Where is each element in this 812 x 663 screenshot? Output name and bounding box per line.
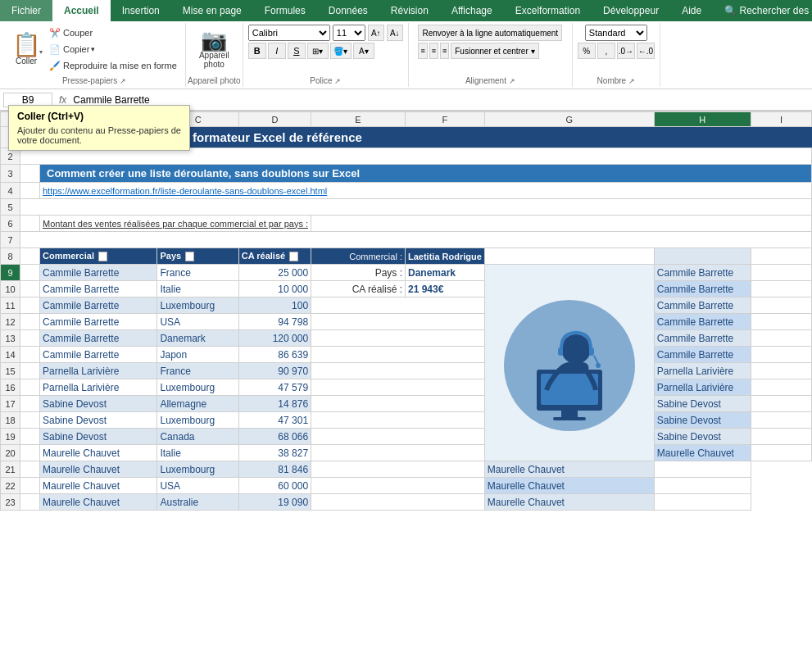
merge-center-button[interactable]: Fusionner et centrer ▾ (451, 43, 538, 59)
cell-d13[interactable]: 120 000 (238, 330, 311, 347)
right-cell-4[interactable]: Cammile Barrette (654, 314, 751, 330)
percent-button[interactable]: % (578, 43, 596, 59)
right-list-header[interactable] (654, 248, 751, 265)
tab-donnees[interactable]: Données (317, 0, 379, 21)
copier-button[interactable]: 📄 Copier ▾ (46, 41, 180, 57)
cell-d21[interactable]: 81 846 (238, 461, 311, 478)
cell-e16[interactable] (311, 379, 485, 396)
comma-button[interactable]: , (597, 43, 615, 59)
font-color-button[interactable]: A▾ (353, 43, 374, 59)
cell-c18[interactable]: Luxembourg (157, 412, 238, 429)
cell-b19[interactable]: Sabine Devost (40, 429, 157, 445)
cell-e18[interactable] (311, 412, 485, 429)
cell-e15[interactable] (311, 363, 485, 379)
cell-c17[interactable]: Allemagne (157, 396, 238, 412)
col-header-d[interactable]: D (238, 112, 311, 127)
cell-e23[interactable] (311, 494, 485, 511)
row-header-18[interactable]: 18 (1, 412, 20, 429)
tab-insertion[interactable]: Insertion (111, 0, 171, 21)
cell-b12[interactable]: Cammile Barrette (40, 314, 157, 330)
cell-b18[interactable]: Sabine Devost (40, 412, 157, 429)
align-center[interactable]: ≡ (429, 43, 438, 59)
cell-g9[interactable] (484, 265, 654, 461)
cell-a23[interactable] (20, 494, 40, 511)
cell-b22[interactable]: Maurelle Chauvet (40, 478, 157, 494)
row-header-3[interactable]: 3 (1, 165, 20, 183)
couper-button[interactable]: ✂️ Couper (46, 25, 180, 41)
bold-button[interactable]: B (248, 43, 266, 59)
cell-d18[interactable]: 47 301 (238, 412, 311, 429)
row-header-9[interactable]: 9 (1, 265, 20, 281)
cell-c16[interactable]: Luxembourg (157, 379, 238, 396)
cell-g8[interactable] (484, 248, 654, 265)
filter-commercial[interactable]: ▾ (98, 252, 107, 261)
cell-link[interactable]: https://www.excelformation.fr/liste-dero… (40, 183, 812, 199)
cell-c20[interactable]: Italie (157, 445, 238, 461)
cell-a15[interactable] (20, 363, 40, 379)
info-commercial-label[interactable]: Commercial : (311, 248, 406, 265)
cell-e22[interactable] (311, 478, 485, 494)
right-cell-11[interactable]: Sabine Devost (654, 429, 751, 445)
cell-b15[interactable]: Parnella Larivière (40, 363, 157, 379)
cell-c23[interactable]: Australie (157, 494, 238, 511)
right-cell-8[interactable]: Parnella Larivière (654, 379, 751, 396)
tab-aide[interactable]: Aide (670, 0, 713, 21)
underline-button[interactable]: S (288, 43, 306, 59)
align-right[interactable]: ≡ (440, 43, 449, 59)
info-commercial-value[interactable]: Laetitia Rodrigue (406, 248, 485, 265)
cell-e13[interactable] (311, 330, 485, 347)
cell-b21[interactable]: Maurelle Chauvet (40, 461, 157, 478)
tab-fichier[interactable]: Fichier (0, 0, 52, 21)
appareil-photo-button[interactable]: 📷 Appareilphoto (196, 28, 233, 70)
fill-color-button[interactable]: 🪣▾ (330, 43, 352, 59)
row-header-5[interactable]: 5 (1, 199, 20, 216)
cell-i20[interactable] (751, 445, 811, 461)
row-header-23[interactable]: 23 (1, 494, 20, 511)
align-left[interactable]: ≡ (418, 43, 427, 59)
cell-e20[interactable] (311, 445, 485, 461)
cell-i9[interactable] (751, 265, 811, 281)
filter-pays[interactable]: ▾ (185, 252, 194, 261)
tab-revision[interactable]: Révision (379, 0, 440, 21)
cell-d10[interactable]: 10 000 (238, 281, 311, 297)
cell-d12[interactable]: 94 798 (238, 314, 311, 330)
tab-formules[interactable]: Formules (253, 0, 317, 21)
cell-d9[interactable]: 25 000 (238, 265, 311, 281)
right-cell-14[interactable]: Maurelle Chauvet (484, 478, 654, 494)
reproduire-button[interactable]: 🖌️ Reproduire la mise en forme (46, 57, 180, 74)
tab-mise-en-page[interactable]: Mise en page (171, 0, 253, 21)
cell-b20[interactable]: Maurelle Chauvet (40, 445, 157, 461)
cell-i19[interactable] (751, 429, 811, 445)
cell-d11[interactable]: 100 (238, 297, 311, 314)
row-header-12[interactable]: 12 (1, 314, 20, 330)
cell-b17[interactable]: Sabine Devost (40, 396, 157, 412)
right-cell-12[interactable]: Maurelle Chauvet (654, 445, 751, 461)
cell-i23[interactable] (654, 494, 751, 511)
right-cell-5[interactable]: Cammile Barrette (654, 330, 751, 347)
cell-desc-right[interactable] (311, 216, 812, 232)
cell-e11[interactable] (311, 297, 485, 314)
row-header-22[interactable]: 22 (1, 478, 20, 494)
right-cell-10[interactable]: Sabine Devost (654, 412, 751, 429)
cell-a11[interactable] (20, 297, 40, 314)
cell-i16[interactable] (751, 379, 811, 396)
cell-c14[interactable]: Japon (157, 347, 238, 363)
right-cell-9[interactable]: Sabine Devost (654, 396, 751, 412)
tab-developpeur[interactable]: Développeur (592, 0, 670, 21)
cell-i11[interactable] (751, 297, 811, 314)
header-ca[interactable]: CA réalisé ▾ (238, 248, 311, 265)
cell-i8[interactable] (751, 248, 811, 265)
col-header-h[interactable]: H (654, 112, 751, 127)
cell-a18[interactable] (20, 412, 40, 429)
cell-a13[interactable] (20, 330, 40, 347)
right-cell-2[interactable]: Cammile Barrette (654, 281, 751, 297)
cell-subtitle[interactable]: Comment créer une liste déroulante, sans… (40, 165, 812, 183)
cell-i14[interactable] (751, 347, 811, 363)
cell-c22[interactable]: USA (157, 478, 238, 494)
col-header-f[interactable]: F (406, 112, 485, 127)
cell-a22[interactable] (20, 478, 40, 494)
cell-i21[interactable] (654, 461, 751, 478)
cell-c9[interactable]: France (157, 265, 238, 281)
decrease-decimal[interactable]: ←.0 (637, 43, 655, 59)
cell-d23[interactable]: 19 090 (238, 494, 311, 511)
